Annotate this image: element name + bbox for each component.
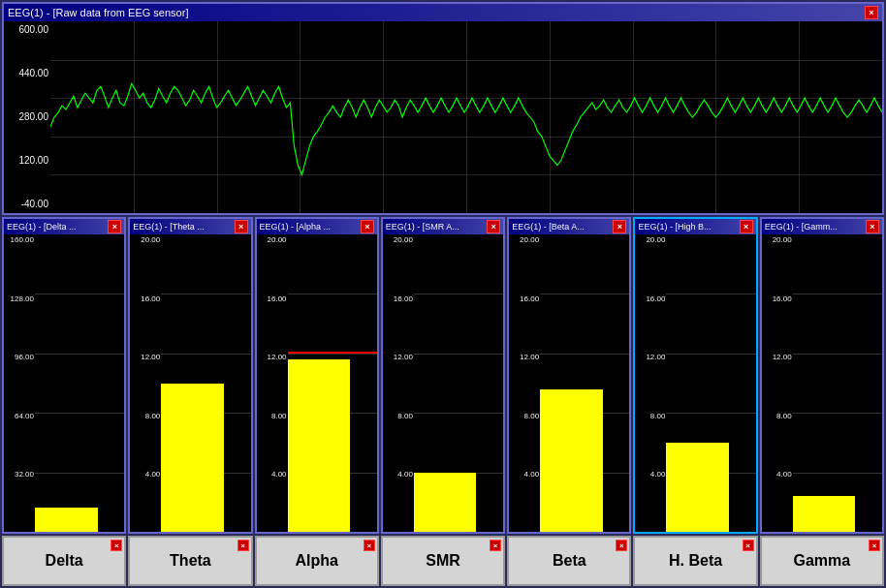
- sub-chart-beta: 20.00 16.00 12.00 8.00 4.00: [509, 234, 629, 532]
- sub-titlebar-gamma: EEG(1) - [Gamm... ×: [762, 219, 882, 234]
- sub-titlebar-alpha: EEG(1) - [Alpha ... ×: [257, 219, 377, 234]
- hbeta-plot: [666, 234, 755, 532]
- label-gamma: Gamma: [793, 552, 850, 570]
- sub-title-beta: EEG(1) - [Beta A...: [512, 222, 585, 232]
- label-close-gamma[interactable]: ×: [869, 540, 880, 551]
- sub-close-gamma[interactable]: ×: [866, 220, 879, 233]
- sub-close-hbeta[interactable]: ×: [740, 220, 753, 233]
- sub-titlebar-hbeta: EEG(1) - [High B... ×: [635, 219, 755, 234]
- sub-titlebar-beta: EEG(1) - [Beta A... ×: [509, 219, 629, 234]
- sub-close-theta[interactable]: ×: [235, 220, 248, 233]
- sub-windows-row: EEG(1) - [Delta ... × 160.00 128.00 96.0…: [2, 217, 884, 534]
- label-panel-delta: × Delta: [2, 536, 126, 586]
- label-panel-alpha: × Alpha: [255, 536, 379, 586]
- top-chart-area: 600.00 440.00 280.00 120.00 -40.00: [4, 21, 882, 213]
- sub-chart-theta: 20.00 16.00 12.00 8.00 4.00: [130, 234, 250, 532]
- label-panel-beta: × Beta: [507, 536, 631, 586]
- beta-y-axis: 20.00 16.00 12.00 8.00 4.00: [509, 234, 540, 532]
- sub-chart-smr: 20.00 16.00 12.00 8.00 4.00: [383, 234, 503, 532]
- hbeta-y-axis: 20.00 16.00 12.00 8.00 4.00: [635, 234, 666, 532]
- sub-close-delta[interactable]: ×: [108, 220, 121, 233]
- top-y-axis: 600.00 440.00 280.00 120.00 -40.00: [4, 21, 50, 213]
- smr-bar: [414, 473, 477, 532]
- delta-plot: [35, 234, 124, 532]
- sub-window-delta: EEG(1) - [Delta ... × 160.00 128.00 96.0…: [2, 217, 126, 534]
- smr-y-axis: 20.00 16.00 12.00 8.00 4.00: [383, 234, 414, 532]
- sub-chart-delta: 160.00 128.00 96.00 64.00 32.00: [4, 234, 124, 532]
- theta-plot: [161, 234, 250, 532]
- delta-y-axis: 160.00 128.00 96.00 64.00 32.00: [4, 234, 35, 532]
- sub-title-gamma: EEG(1) - [Gamm...: [765, 222, 838, 232]
- label-beta: Beta: [553, 552, 586, 570]
- sub-title-smr: EEG(1) - [SMR A...: [386, 222, 459, 232]
- sub-title-hbeta: EEG(1) - [High B...: [638, 222, 711, 232]
- label-close-hbeta[interactable]: ×: [743, 540, 754, 551]
- sub-close-beta[interactable]: ×: [613, 220, 626, 233]
- sub-chart-alpha: 20.00 16.00 12.00 8.00 4.00: [257, 234, 377, 532]
- label-delta: Delta: [46, 552, 83, 570]
- gamma-y-axis: 20.00 16.00 12.00 8.00 4.00: [762, 234, 793, 532]
- sub-title-alpha: EEG(1) - [Alpha ...: [260, 222, 332, 232]
- beta-plot: [540, 234, 629, 532]
- sub-window-alpha: EEG(1) - [Alpha ... × 20.00 16.00 12.00 …: [255, 217, 379, 534]
- label-hbeta: H. Beta: [669, 552, 722, 570]
- alpha-threshold: [288, 352, 377, 354]
- sub-window-theta: EEG(1) - [Theta ... × 20.00 16.00 12.00 …: [128, 217, 252, 534]
- label-close-smr[interactable]: ×: [490, 540, 501, 551]
- sub-chart-gamma: 20.00 16.00 12.00 8.00 4.00: [762, 234, 882, 532]
- alpha-plot: [288, 234, 377, 532]
- sub-title-delta: EEG(1) - [Delta ...: [7, 222, 77, 232]
- sub-chart-hbeta: 20.00 16.00 12.00 8.00 4.00: [635, 234, 755, 532]
- alpha-bar: [288, 359, 351, 532]
- hbeta-bar: [666, 443, 729, 532]
- label-row: × Delta × Theta × Alpha × SMR × Beta × H…: [2, 536, 884, 586]
- y-label-1: 600.00: [6, 25, 48, 35]
- label-theta: Theta: [170, 552, 211, 570]
- gamma-plot: [793, 234, 882, 532]
- top-eeg-window: EEG(1) - [Raw data from EEG sensor] × 60…: [2, 2, 884, 215]
- top-title: EEG(1) - [Raw data from EEG sensor]: [8, 7, 188, 18]
- sub-title-theta: EEG(1) - [Theta ...: [133, 222, 205, 232]
- sub-titlebar-smr: EEG(1) - [SMR A... ×: [383, 219, 503, 234]
- y-label-2: 440.00: [6, 69, 48, 78]
- label-close-delta[interactable]: ×: [111, 540, 122, 551]
- label-close-alpha[interactable]: ×: [364, 540, 375, 551]
- top-close-btn[interactable]: ×: [865, 6, 878, 19]
- sub-close-smr[interactable]: ×: [487, 220, 500, 233]
- eeg-signal-svg: [50, 21, 882, 213]
- y-label-4: 120.00: [6, 156, 48, 166]
- top-titlebar: EEG(1) - [Raw data from EEG sensor] ×: [4, 4, 882, 21]
- theta-y-axis: 20.00 16.00 12.00 8.00 4.00: [130, 234, 161, 532]
- label-alpha: Alpha: [295, 552, 337, 570]
- sub-window-smr: EEG(1) - [SMR A... × 20.00 16.00 12.00 8…: [381, 217, 505, 534]
- label-panel-gamma: × Gamma: [760, 536, 884, 586]
- label-panel-theta: × Theta: [128, 536, 252, 586]
- main-container: EEG(1) - [Raw data from EEG sensor] × 60…: [0, 0, 886, 588]
- sub-close-alpha[interactable]: ×: [361, 220, 374, 233]
- theta-bar: [161, 384, 224, 533]
- label-panel-hbeta: × H. Beta: [633, 536, 757, 586]
- sub-titlebar-theta: EEG(1) - [Theta ... ×: [130, 219, 250, 234]
- gamma-bar: [793, 496, 856, 532]
- alpha-y-axis: 20.00 16.00 12.00 8.00 4.00: [257, 234, 288, 532]
- beta-bar: [540, 389, 603, 532]
- label-close-theta[interactable]: ×: [237, 540, 249, 551]
- smr-plot: [414, 234, 503, 532]
- label-close-beta[interactable]: ×: [616, 540, 627, 551]
- label-panel-smr: × SMR: [381, 536, 505, 586]
- y-label-3: 280.00: [6, 112, 48, 122]
- sub-titlebar-delta: EEG(1) - [Delta ... ×: [4, 219, 124, 234]
- delta-bar: [35, 508, 98, 532]
- label-smr: SMR: [426, 552, 460, 570]
- sub-window-hbeta: EEG(1) - [High B... × 20.00 16.00 12.00 …: [633, 217, 757, 534]
- y-label-5: -40.00: [6, 200, 48, 209]
- sub-window-gamma: EEG(1) - [Gamm... × 20.00 16.00 12.00 8.…: [760, 217, 884, 534]
- top-chart-plot: [50, 21, 882, 213]
- sub-window-beta: EEG(1) - [Beta A... × 20.00 16.00 12.00 …: [507, 217, 631, 534]
